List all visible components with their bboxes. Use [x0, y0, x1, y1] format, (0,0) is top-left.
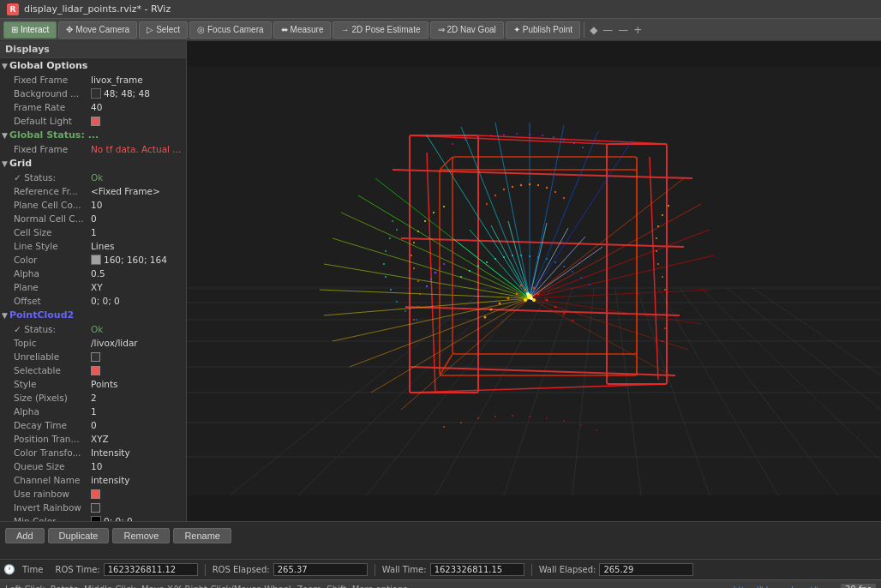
add-button[interactable]: Add: [5, 528, 45, 543]
svg-point-123: [662, 340, 663, 342]
svg-point-69: [533, 287, 536, 290]
svg-point-100: [520, 184, 522, 186]
use-rainbow-checkbox[interactable]: [91, 489, 100, 499]
main-area: Displays ▼ Global Options Fixed Frame li…: [0, 41, 881, 521]
svg-point-143: [385, 250, 387, 252]
use-rainbow-row: Use rainbow: [0, 487, 186, 501]
grid-section[interactable]: ▼ Grid: [0, 156, 186, 171]
svg-point-73: [546, 299, 548, 302]
queue-size-row: Queue Size 10: [0, 459, 186, 473]
global-fixed-frame-label: Fixed Frame: [14, 144, 91, 154]
selectable-row: Selectable: [0, 363, 186, 377]
window-title: display_lidar_points.rviz* - RViz: [24, 3, 171, 15]
move-camera-button[interactable]: ✥ Move Camera: [58, 21, 137, 39]
svg-point-72: [507, 297, 510, 300]
svg-point-124: [664, 327, 666, 329]
channel-name-value: intensity: [91, 475, 183, 485]
unreliable-checkbox[interactable]: [91, 352, 100, 362]
plane-cell-count-value: 10: [91, 200, 183, 210]
background-row: Background ... 48; 48; 48: [0, 87, 186, 100]
default-light-row: Default Light: [0, 114, 186, 128]
svg-point-74: [499, 303, 501, 305]
svg-point-90: [546, 258, 548, 260]
invert-rainbow-checkbox[interactable]: [91, 503, 100, 513]
svg-point-87: [520, 255, 522, 256]
duplicate-button[interactable]: Duplicate: [48, 528, 110, 543]
wall-elapsed-field: Wall Elapsed: 265.29: [539, 563, 694, 576]
measure-button[interactable]: ⬌ Measure: [273, 21, 332, 39]
min-color-label: Min Color: [14, 516, 91, 521]
svg-point-117: [411, 255, 412, 256]
grid-color-label: Color: [14, 255, 91, 265]
svg-point-147: [396, 301, 398, 303]
svg-point-103: [546, 187, 548, 189]
plane-row: Plane XY: [0, 280, 186, 294]
grid-status-row: ✓ Status: Ok: [0, 171, 186, 184]
svg-point-152: [477, 136, 479, 138]
offset-label: Offset: [14, 296, 91, 306]
toolbar: ⊞ Interact ✥ Move Camera ▷ Select ◎ Focu…: [0, 19, 881, 41]
unreliable-row: Unreliable: [0, 350, 186, 363]
svg-point-155: [516, 133, 518, 135]
rename-button[interactable]: Rename: [173, 528, 231, 543]
displays-content[interactable]: ▼ Global Options Fixed Frame livox_frame…: [0, 58, 186, 521]
nav-goal-button[interactable]: ⇒ 2D Nav Goal: [430, 21, 504, 39]
frame-rate-row: Frame Rate 40: [0, 100, 186, 114]
svg-point-132: [657, 225, 659, 227]
selectable-checkbox[interactable]: [91, 366, 100, 375]
publish-point-button[interactable]: ✦ Publish Point: [506, 21, 580, 39]
reference-frame-value: <Fixed Frame>: [91, 186, 183, 196]
reference-frame-row: Reference Fr... <Fixed Frame>: [0, 184, 186, 198]
offset-value: 0; 0; 0: [91, 296, 183, 306]
svg-point-137: [526, 292, 530, 296]
svg-point-81: [469, 270, 470, 272]
svg-point-166: [512, 415, 513, 417]
viewport[interactable]: [187, 41, 881, 521]
pc2-alpha-row: Alpha 1: [0, 405, 186, 418]
svg-point-158: [553, 136, 554, 138]
position-transform-label: Position Tran...: [14, 434, 91, 444]
svg-point-113: [417, 306, 419, 308]
focus-camera-button[interactable]: ◎ Focus Camera: [189, 21, 272, 39]
svg-point-110: [426, 285, 428, 287]
svg-point-141: [396, 229, 398, 231]
plane-cell-count-label: Plane Cell Co...: [14, 200, 91, 210]
pointcloud2-section[interactable]: ▼ PointCloud2: [0, 308, 186, 322]
select-icon: ▷: [147, 25, 153, 34]
svg-point-116: [413, 267, 415, 269]
toolbar-extra-3: —: [618, 24, 628, 36]
offset-row: Offset 0; 0; 0: [0, 294, 186, 308]
reference-frame-label: Reference Fr...: [14, 186, 91, 196]
toolbar-extra-4: +: [633, 24, 642, 36]
time-separator-2: [375, 564, 375, 576]
svg-point-165: [494, 416, 496, 417]
svg-point-119: [417, 231, 419, 232]
plane-label: Plane: [14, 282, 91, 292]
cell-size-row: Cell Size 1: [0, 225, 186, 239]
publish-point-icon: ✦: [513, 25, 520, 34]
svg-point-156: [529, 134, 530, 135]
global-status-section[interactable]: ▼ Global Status: ...: [0, 128, 186, 142]
interact-icon: ⊞: [11, 25, 18, 34]
decay-time-value: 0: [91, 420, 183, 430]
wall-elapsed-value: 265.29: [599, 563, 693, 576]
select-button[interactable]: ▷ Select: [139, 21, 188, 39]
pointcloud2-label: PointCloud2: [9, 309, 74, 321]
clock-icon: 🕐: [3, 564, 15, 575]
global-fixed-frame-value: No tf data. Actual ...: [91, 144, 183, 154]
pose-estimate-button[interactable]: → 2D Pose Estimate: [333, 21, 428, 39]
move-camera-icon: ✥: [66, 25, 73, 34]
svg-point-171: [596, 429, 597, 431]
wall-time-field: Wall Time: 1623326811.15: [382, 563, 524, 576]
interact-button[interactable]: ⊞ Interact: [3, 21, 57, 39]
svg-point-161: [582, 147, 584, 148]
svg-point-78: [484, 316, 487, 319]
svg-point-108: [430, 279, 432, 280]
default-light-checkbox[interactable]: [91, 117, 100, 126]
svg-point-139: [524, 298, 527, 302]
grid-alpha-row: Alpha 0.5: [0, 267, 186, 280]
min-color-value: 0; 0; 0: [104, 516, 183, 521]
bottom-panel: Add Duplicate Remove Rename: [0, 521, 881, 559]
remove-button[interactable]: Remove: [112, 528, 170, 543]
global-options-section[interactable]: ▼ Global Options: [0, 58, 186, 73]
